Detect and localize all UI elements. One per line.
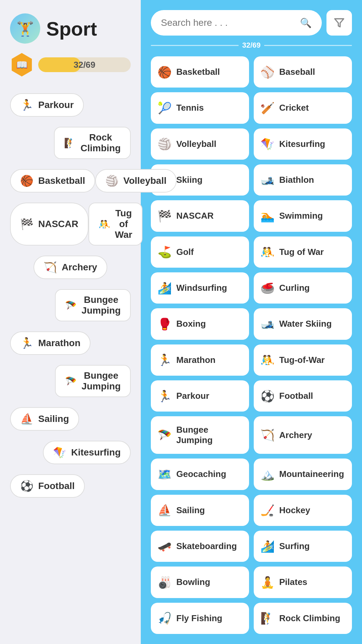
kitesurfing-label: Kitesurfing xyxy=(279,139,325,149)
progress-bar-container: 32/69 xyxy=(38,57,131,72)
fly-fishing-emoji: 🎣 xyxy=(158,611,172,625)
rock-climbing-label: Rock Climbing xyxy=(279,613,340,624)
header-section: 🏋️ Sport xyxy=(10,13,131,44)
filter-button[interactable] xyxy=(326,10,352,36)
grid-item-geocaching[interactable]: 🗺️Geocaching xyxy=(151,459,249,490)
search-box[interactable]: 🔍 xyxy=(151,10,322,36)
archery-label: Archery xyxy=(279,430,312,440)
search-section: 🔍 xyxy=(151,10,352,36)
marathon-label: Marathon xyxy=(176,355,216,365)
hockey-label: Hockey xyxy=(279,505,310,516)
grid-item-hockey[interactable]: 🏒Hockey xyxy=(254,495,352,526)
left-item-tug-of-war[interactable]: 🤼 Tug ofWar xyxy=(88,203,142,246)
grid-item-swimming[interactable]: 🏊Swimming xyxy=(254,200,352,231)
grid-item-kitesurfing[interactable]: 🪁Kitesurfing xyxy=(254,128,352,160)
parkour-icon: 🏃 xyxy=(20,99,34,111)
rock-climbing-emoji: 🧗 xyxy=(260,611,275,625)
progress-section: 📖 32/69 xyxy=(10,53,131,76)
grid-item-skateboarding[interactable]: 🛹Skateboarding xyxy=(151,531,249,562)
parkour-label: Parkour xyxy=(38,100,74,110)
left-item-basketball[interactable]: 🏀 Basketball xyxy=(10,169,95,193)
parkour-emoji: 🏃 xyxy=(158,389,172,403)
tug-of-war-label: Tug ofWar xyxy=(115,208,132,240)
prog-line-left xyxy=(151,45,239,46)
left-item-kitesurfing[interactable]: 🪁 Kitesurfing xyxy=(43,441,131,464)
grid-item-golf[interactable]: ⛳Golf xyxy=(151,236,249,268)
grid-item-fly-fishing[interactable]: 🎣Fly Fishing xyxy=(151,603,249,634)
volleyball-label: Volleyball xyxy=(176,139,216,149)
grid-item-tug-of-war[interactable]: 🤼Tug of War xyxy=(254,236,352,268)
boxing-label: Boxing xyxy=(176,319,206,329)
grid-item-bowling[interactable]: 🎳Bowling xyxy=(151,567,249,598)
grid-item-biathlon[interactable]: 🎿Biathlon xyxy=(254,164,352,196)
kitesurfing-emoji: 🪁 xyxy=(260,137,275,151)
golf-emoji: ⛳ xyxy=(158,245,172,259)
left-item-football[interactable]: ⚽ Football xyxy=(10,474,85,498)
nascar-label: NASCAR xyxy=(38,219,78,229)
surfing-emoji: 🏄 xyxy=(260,540,275,553)
left-item-bungee-1[interactable]: 🪂 BungeeJumping xyxy=(55,289,131,321)
grid-item-curling[interactable]: 🥌Curling xyxy=(254,272,352,304)
grid-item-tug-of-war-2[interactable]: 🤼Tug-of-War xyxy=(254,344,352,376)
left-item-bungee-2[interactable]: 🪂 BungeeJumping xyxy=(55,365,131,397)
progress-icon: 📖 xyxy=(10,53,34,76)
grid-item-marathon[interactable]: 🏃Marathon xyxy=(151,344,249,376)
basketball-emoji: 🏀 xyxy=(158,65,172,79)
left-item-archery[interactable]: 🏹 Archery xyxy=(34,256,107,279)
grid-item-baseball[interactable]: ⚾Baseball xyxy=(254,56,352,88)
swimming-label: Swimming xyxy=(279,211,323,221)
grid-item-rock-climbing[interactable]: 🧗Rock Climbing xyxy=(254,603,352,634)
right-grid: 🏀Basketball⚾Baseball🎾Tennis🏏Cricket🏐Voll… xyxy=(151,56,352,634)
left-item-rock-climbing[interactable]: 🧗 RockClimbing xyxy=(54,127,131,159)
app-title: Sport xyxy=(46,17,97,40)
tug-of-war-emoji: 🤼 xyxy=(260,245,275,259)
archery-emoji: 🏹 xyxy=(260,428,275,442)
grid-item-archery[interactable]: 🏹Archery xyxy=(254,416,352,454)
grid-item-volleyball[interactable]: 🏐Volleyball xyxy=(151,128,249,160)
search-input[interactable] xyxy=(161,17,296,28)
grid-item-water-skiing[interactable]: 🎿Water Skiing xyxy=(254,308,352,339)
bungee-2-icon: 🪂 xyxy=(65,376,77,387)
grid-item-surfing[interactable]: 🏄Surfing xyxy=(254,531,352,562)
kitesurfing-icon: 🪁 xyxy=(53,446,66,459)
bungee-jumping-label: Bungee Jumping xyxy=(176,425,242,445)
grid-item-parkour[interactable]: 🏃Parkour xyxy=(151,380,249,412)
left-items-container: 🏃 Parkour 🧗 RockClimbing 🏀 Basketball 🏐 … xyxy=(10,93,131,498)
grid-item-nascar[interactable]: 🏁NASCAR xyxy=(151,200,249,231)
skiing-label: Skiing xyxy=(176,175,202,185)
left-item-parkour[interactable]: 🏃 Parkour xyxy=(10,93,84,117)
grid-item-pilates[interactable]: 🧘Pilates xyxy=(254,567,352,598)
fly-fishing-label: Fly Fishing xyxy=(176,613,222,624)
left-row-6: 🪂 BungeeJumping xyxy=(10,289,131,321)
grid-item-mountaineering[interactable]: 🏔️Mountaineering xyxy=(254,459,352,490)
tug-of-war-icon: 🤼 xyxy=(99,219,110,230)
grid-item-bungee-jumping[interactable]: 🪂Bungee Jumping xyxy=(151,416,249,454)
left-row-2: 🧗 RockClimbing xyxy=(10,127,131,159)
football-icon: ⚽ xyxy=(20,480,34,492)
left-item-sailing[interactable]: ⛵ Sailing xyxy=(10,407,79,431)
nascar-emoji: 🏁 xyxy=(158,209,172,223)
left-row-10: 🪁 Kitesurfing xyxy=(10,441,131,464)
grid-item-tennis[interactable]: 🎾Tennis xyxy=(151,92,249,123)
grid-item-sailing[interactable]: ⛵Sailing xyxy=(151,495,249,526)
left-row-4: 🏁 NASCAR 🤼 Tug ofWar xyxy=(10,203,131,246)
prog-count: 32/69 xyxy=(242,41,260,50)
left-row-7: 🏃 Marathon xyxy=(10,331,131,355)
bungee-2-label: BungeeJumping xyxy=(81,370,121,392)
left-item-marathon[interactable]: 🏃 Marathon xyxy=(10,331,90,355)
tug-of-war-label: Tug of War xyxy=(279,247,324,257)
golf-label: Golf xyxy=(176,247,194,257)
geocaching-label: Geocaching xyxy=(176,469,226,479)
grid-item-cricket[interactable]: 🏏Cricket xyxy=(254,92,352,123)
swimming-emoji: 🏊 xyxy=(260,209,275,223)
cricket-label: Cricket xyxy=(279,103,309,113)
basketball-label: Basketball xyxy=(176,67,220,77)
grid-item-windsurfing[interactable]: 🏄Windsurfing xyxy=(151,272,249,304)
left-item-volleyball[interactable]: 🏐 Volleyball xyxy=(95,169,177,193)
grid-item-boxing[interactable]: 🥊Boxing xyxy=(151,308,249,339)
prog-line-right xyxy=(264,45,352,46)
left-item-nascar[interactable]: 🏁 NASCAR xyxy=(10,203,88,246)
left-row-11: ⚽ Football xyxy=(10,474,131,498)
grid-item-football[interactable]: ⚽Football xyxy=(254,380,352,412)
grid-item-basketball[interactable]: 🏀Basketball xyxy=(151,56,249,88)
